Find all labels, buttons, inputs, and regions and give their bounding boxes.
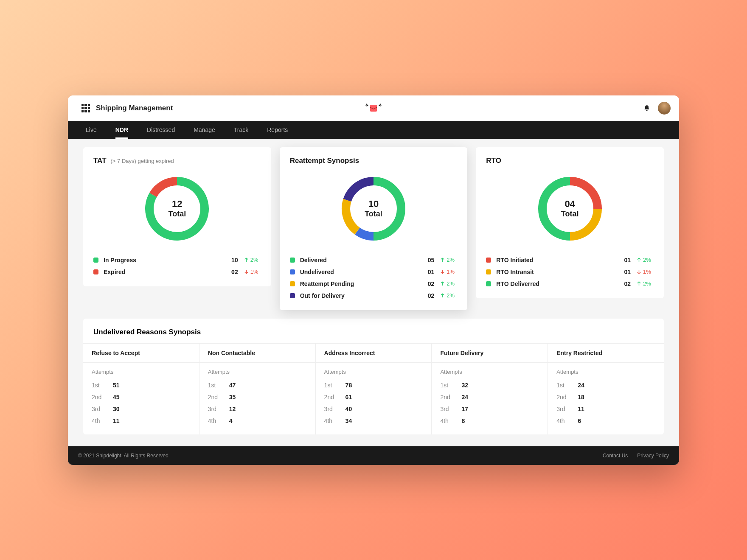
attempt-ordinal: 4th xyxy=(92,417,104,424)
attempt-ordinal: 3rd xyxy=(208,406,221,412)
attempt-row: 3rd40 xyxy=(324,403,423,415)
attempt-value: 24 xyxy=(578,382,584,389)
reason-body: Attempts1st782nd613rd404th34 xyxy=(316,363,432,434)
attempt-value: 78 xyxy=(345,382,352,389)
tat-total: 12 xyxy=(172,199,182,210)
legend-swatch xyxy=(290,281,295,286)
attempt-value: 17 xyxy=(461,406,468,412)
legend-label: RTO Initiated xyxy=(496,257,533,263)
legend-value: 01 xyxy=(621,269,631,275)
legend-label: RTO Deliverred xyxy=(496,280,539,287)
undelivered-reasons-card: Undelivered Reasons Synopsis Refuse to A… xyxy=(83,319,664,434)
attempt-ordinal: 4th xyxy=(440,417,453,424)
attempt-ordinal: 2nd xyxy=(208,394,221,400)
attempt-row: 2nd61 xyxy=(324,391,423,403)
attempts-label: Attempts xyxy=(324,369,423,375)
attempts-label: Attempts xyxy=(556,369,655,375)
reason-body: Attempts1st512nd453rd304th11 xyxy=(83,363,199,434)
user-avatar[interactable] xyxy=(658,102,671,115)
trend-indicator: 2% xyxy=(244,257,261,263)
legend-label: Out for Delivery xyxy=(300,292,345,299)
attempt-row: 2nd18 xyxy=(556,391,655,403)
attempt-value: 32 xyxy=(461,382,468,389)
summary-cards-row: TAT (> 7 Days) getting expired 12 Total … xyxy=(83,147,664,310)
legend-item: RTO Initiated012% xyxy=(486,254,654,266)
legend-item: Expired021% xyxy=(93,266,261,278)
attempt-value: 34 xyxy=(345,417,352,424)
legend-swatch xyxy=(486,269,491,274)
reattempt-legend: Delivered052%Undelivered011%Reattempt Pe… xyxy=(290,254,458,302)
brand-logo[interactable] xyxy=(364,102,383,114)
legend-value: 01 xyxy=(424,269,434,275)
nav-item-manage[interactable]: Manage xyxy=(184,121,225,139)
reattempt-donut-chart: 10 Total xyxy=(337,173,410,245)
attempt-row: 3rd30 xyxy=(92,403,191,415)
reason-body: Attempts1st472nd353rd124th4 xyxy=(199,363,315,434)
attempt-ordinal: 2nd xyxy=(556,394,569,400)
reason-grid: Refuse to AcceptAttempts1st512nd453rd304… xyxy=(83,343,664,434)
attempt-row: 2nd35 xyxy=(208,391,307,403)
content: TAT (> 7 Days) getting expired 12 Total … xyxy=(68,139,679,446)
tat-donut-chart: 12 Total xyxy=(141,173,213,245)
reason-body: Attempts1st242nd183rd114th6 xyxy=(548,363,664,434)
legend-value: 02 xyxy=(621,280,631,287)
trend-indicator: 2% xyxy=(440,257,457,263)
legend-swatch xyxy=(290,269,295,274)
attempt-row: 4th34 xyxy=(324,415,423,427)
legend-label: In Progress xyxy=(104,257,136,263)
trend-indicator: 2% xyxy=(440,280,457,287)
tat-title: TAT xyxy=(93,157,107,165)
legend-value: 01 xyxy=(621,257,631,263)
attempt-row: 3rd12 xyxy=(208,403,307,415)
attempt-row: 1st47 xyxy=(208,379,307,391)
legend-swatch xyxy=(93,269,98,274)
reason-column: Entry RestrictedAttempts1st242nd183rd114… xyxy=(548,344,664,434)
apps-grid-icon[interactable] xyxy=(81,104,90,112)
footer-link[interactable]: Contact Us xyxy=(603,453,628,459)
rto-title: RTO xyxy=(486,157,501,165)
attempt-ordinal: 2nd xyxy=(324,394,337,400)
legend-item: Reattempt Pending022% xyxy=(290,278,458,290)
legend-value: 02 xyxy=(228,269,238,275)
attempt-value: 11 xyxy=(113,417,120,424)
synopsis-title: Undelivered Reasons Synopsis xyxy=(83,328,664,343)
legend-swatch xyxy=(290,293,295,298)
nav-item-track[interactable]: Track xyxy=(225,121,258,139)
footer-link[interactable]: Privacy Policy xyxy=(637,453,669,459)
reattempt-title: Reattempt Synopsis xyxy=(290,157,359,165)
reason-column: Address IncorrectAttempts1st782nd613rd40… xyxy=(316,344,432,434)
footer: © 2021 Shipdelight, All Rights Reserved … xyxy=(68,446,679,465)
nav-item-ndr[interactable]: NDR xyxy=(106,121,138,139)
nav-item-live[interactable]: Live xyxy=(76,121,106,139)
reason-body: Attempts1st322nd243rd174th8 xyxy=(432,363,548,434)
footer-copyright: © 2021 Shipdelight, All Rights Reserved xyxy=(78,453,168,459)
attempt-row: 4th4 xyxy=(208,415,307,427)
attempt-ordinal: 3rd xyxy=(324,406,337,412)
attempt-row: 4th6 xyxy=(556,415,655,427)
attempt-row: 1st51 xyxy=(92,379,191,391)
reason-header: Entry Restricted xyxy=(548,344,664,363)
topbar-left: Shipping Management xyxy=(76,104,178,112)
attempt-row: 1st24 xyxy=(556,379,655,391)
attempts-label: Attempts xyxy=(208,369,307,375)
attempt-ordinal: 1st xyxy=(324,382,337,389)
rto-donut-chart: 04 Total xyxy=(534,173,606,245)
notification-bell-icon[interactable] xyxy=(643,105,650,112)
reason-column: Non ContactableAttempts1st472nd353rd124t… xyxy=(199,344,316,434)
reattempt-total-label: Total xyxy=(365,210,382,218)
trend-indicator: 2% xyxy=(637,280,654,287)
attempt-row: 2nd45 xyxy=(92,391,191,403)
attempt-ordinal: 1st xyxy=(208,382,221,389)
attempt-row: 3rd11 xyxy=(556,403,655,415)
nav-item-reports[interactable]: Reports xyxy=(258,121,297,139)
legend-item: RTO Intransit011% xyxy=(486,266,654,278)
attempt-row: 2nd24 xyxy=(440,391,539,403)
legend-label: Delivered xyxy=(300,257,327,263)
rto-card: RTO 04 Total RTO Initiated012%RTO Intran… xyxy=(476,147,664,298)
app-window: Shipping Management LiveNDRDistressedMan… xyxy=(68,95,679,465)
nav-item-distressed[interactable]: Distressed xyxy=(138,121,184,139)
attempt-value: 35 xyxy=(229,394,236,400)
attempts-label: Attempts xyxy=(92,369,191,375)
trend-indicator: 1% xyxy=(440,269,457,275)
legend-item: RTO Deliverred022% xyxy=(486,278,654,290)
